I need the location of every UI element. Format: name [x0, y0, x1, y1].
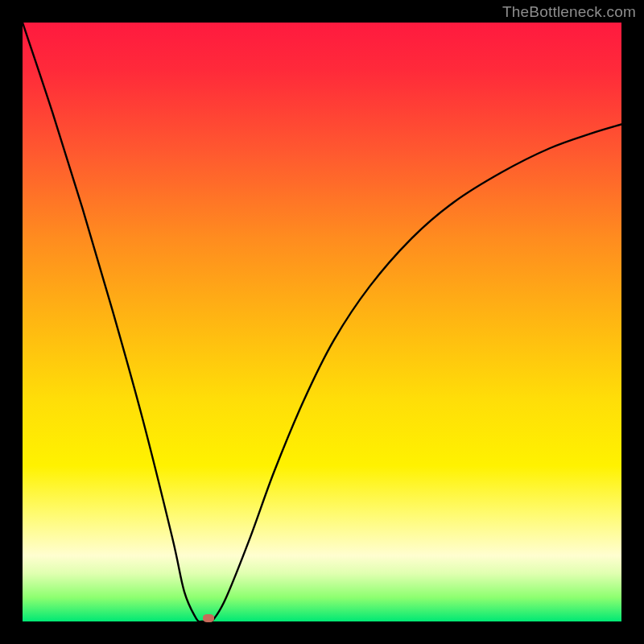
- curve-svg: [23, 23, 621, 621]
- chart-frame: TheBottleneck.com: [0, 0, 644, 644]
- watermark-text: TheBottleneck.com: [502, 3, 636, 21]
- curve-minimum-marker: [203, 614, 214, 622]
- bottleneck-curve: [23, 23, 621, 621]
- plot-area: [23, 23, 621, 621]
